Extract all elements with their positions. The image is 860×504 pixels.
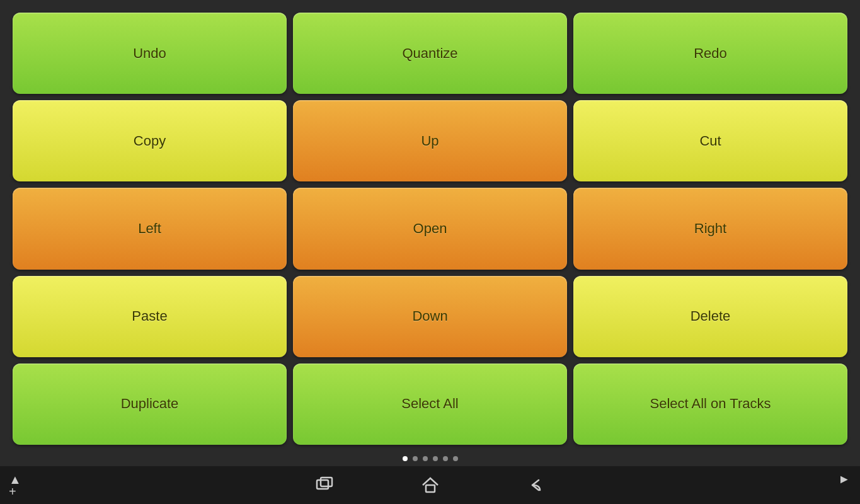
recent-apps-button[interactable] [309, 470, 340, 500]
redo-button[interactable]: Redo [573, 13, 847, 94]
quantize-button[interactable]: Quantize [293, 13, 567, 94]
select-all-tracks-button[interactable]: Select All on Tracks [573, 364, 847, 445]
pagination-dot-4[interactable] [443, 456, 448, 461]
svg-rect-0 [317, 480, 328, 489]
main-area: UndoQuantizeRedoCopyUpCutLeftOpenRightPa… [0, 0, 860, 466]
bottom-nav: ▲ + ▲ [0, 466, 860, 504]
pagination-dot-2[interactable] [423, 456, 428, 461]
svg-rect-2 [426, 485, 435, 492]
corner-bottom-left-icon: + [9, 484, 16, 499]
right-button[interactable]: Right [573, 188, 847, 269]
down-button[interactable]: Down [293, 276, 567, 357]
pagination-dot-0 [403, 456, 408, 461]
button-grid: UndoQuantizeRedoCopyUpCutLeftOpenRightPa… [6, 6, 854, 451]
pagination-dot-1[interactable] [413, 456, 418, 461]
up-button[interactable]: Up [293, 100, 567, 181]
pagination [6, 451, 854, 466]
paste-button[interactable]: Paste [13, 276, 287, 357]
pagination-dot-3[interactable] [433, 456, 438, 461]
copy-button[interactable]: Copy [13, 100, 287, 181]
home-button[interactable] [415, 470, 445, 500]
duplicate-button[interactable]: Duplicate [13, 364, 287, 445]
open-button[interactable]: Open [293, 188, 567, 269]
svg-rect-1 [321, 478, 332, 486]
left-button[interactable]: Left [13, 188, 287, 269]
corner-bottom-right-icon: ▲ [838, 474, 852, 486]
back-button[interactable] [521, 470, 551, 500]
cut-button[interactable]: Cut [573, 100, 847, 181]
undo-button[interactable]: Undo [13, 13, 287, 94]
delete-button[interactable]: Delete [573, 276, 847, 357]
select-all-button[interactable]: Select All [293, 364, 567, 445]
pagination-dot-5[interactable] [453, 456, 458, 461]
